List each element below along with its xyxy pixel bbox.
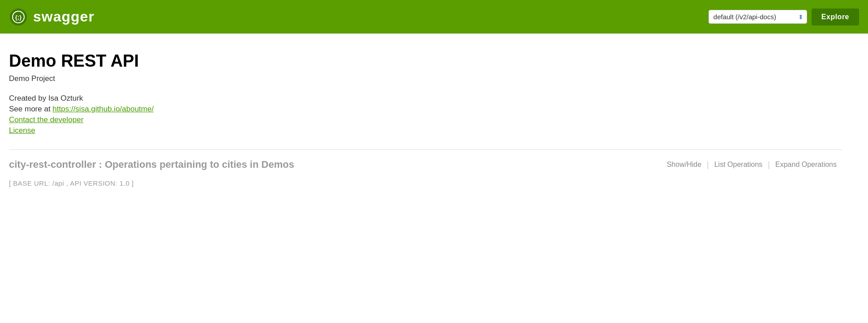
- api-description-created-by: Created by Isa Ozturk: [9, 94, 842, 103]
- api-title: Demo REST API: [9, 51, 842, 71]
- license-link[interactable]: License: [9, 126, 842, 135]
- see-more-prefix: See more at: [9, 105, 52, 113]
- navbar-left: {;} swagger: [9, 8, 95, 26]
- navbar: {;} swagger default (/v2/api-docs) Explo…: [0, 0, 868, 34]
- api-select[interactable]: default (/v2/api-docs): [709, 10, 807, 24]
- contact-developer-link[interactable]: Contact the developer: [9, 115, 842, 124]
- see-more-link[interactable]: https://sisa.github.io/aboutme/: [52, 105, 154, 113]
- svg-text:{;}: {;}: [15, 14, 21, 21]
- api-select-wrapper[interactable]: default (/v2/api-docs): [709, 10, 807, 24]
- base-url-section: [ BASE URL: /api , API VERSION: 1.0 ]: [9, 170, 842, 191]
- controller-actions: Show/Hide | List Operations | Expand Ope…: [662, 160, 842, 170]
- brand-name: swagger: [33, 8, 95, 25]
- expand-operations-link[interactable]: Expand Operations: [770, 161, 842, 169]
- base-url-text: [ BASE URL: /api , API VERSION: 1.0 ]: [9, 179, 134, 187]
- api-see-more-text: See more at https://sisa.github.io/about…: [9, 105, 842, 114]
- api-subtitle: Demo Project: [9, 74, 842, 83]
- explore-button[interactable]: Explore: [812, 8, 859, 26]
- show-hide-link[interactable]: Show/Hide: [662, 161, 707, 169]
- swagger-logo-icon: {;}: [9, 8, 28, 26]
- controller-title: city-rest-controller : Operations pertai…: [9, 159, 294, 170]
- controller-section: city-rest-controller : Operations pertai…: [9, 149, 842, 170]
- main-content: Demo REST API Demo Project Created by Is…: [0, 34, 851, 200]
- list-operations-link[interactable]: List Operations: [709, 161, 768, 169]
- navbar-right: default (/v2/api-docs) Explore: [709, 8, 859, 26]
